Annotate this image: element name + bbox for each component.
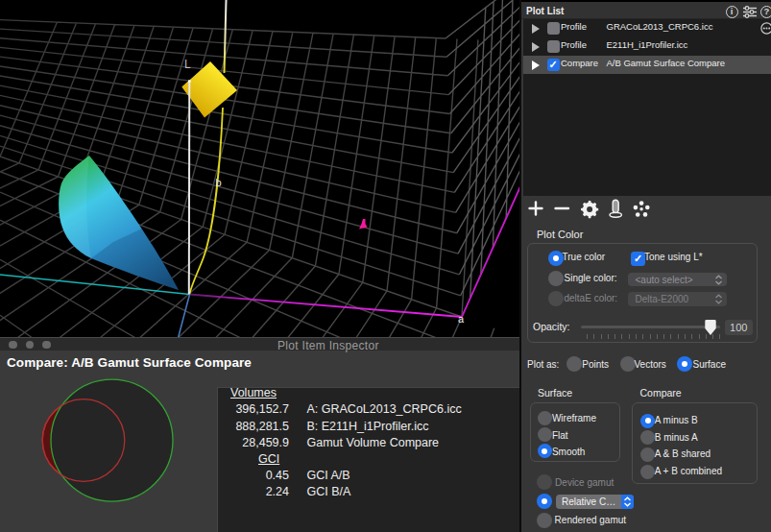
svg-text:L: L bbox=[184, 58, 191, 71]
svg-text:a: a bbox=[458, 313, 465, 325]
svg-text:b: b bbox=[216, 177, 222, 188]
